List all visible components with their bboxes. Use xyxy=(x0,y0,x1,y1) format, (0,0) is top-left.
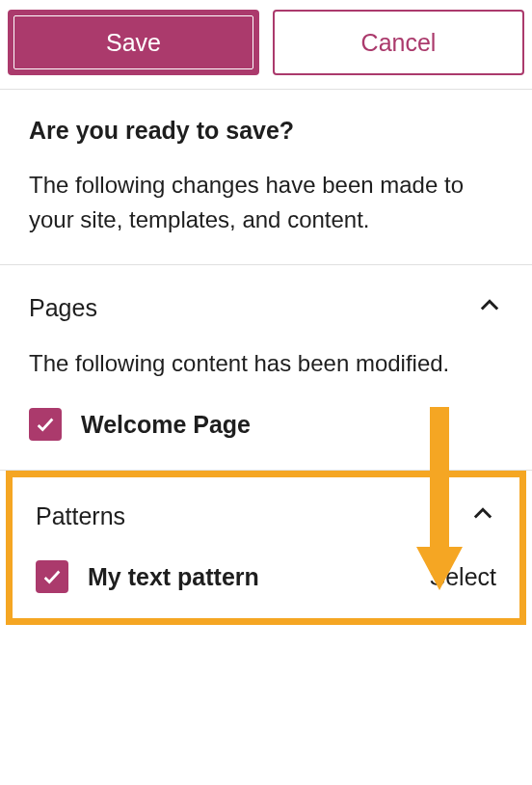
patterns-body: My text pattern Select xyxy=(13,531,519,618)
select-action[interactable]: Select xyxy=(430,563,496,591)
page-item: Welcome Page xyxy=(29,408,503,441)
checkbox-checked[interactable] xyxy=(36,560,68,593)
chevron-up-icon xyxy=(476,292,503,323)
intro-text: The following changes have been made to … xyxy=(29,168,503,237)
check-icon xyxy=(35,414,56,435)
chevron-up-icon xyxy=(469,501,496,531)
patterns-title: Patterns xyxy=(36,502,125,530)
pages-accordion: Pages The following content has been mod… xyxy=(0,265,532,470)
intro-title: Are you ready to save? xyxy=(29,117,503,145)
cancel-button-label: Cancel xyxy=(361,29,437,57)
patterns-header[interactable]: Patterns xyxy=(13,477,519,531)
checkbox-checked[interactable] xyxy=(29,408,62,441)
pattern-item: My text pattern Select xyxy=(36,560,496,593)
save-button[interactable]: Save xyxy=(8,10,259,75)
page-item-label: Welcome Page xyxy=(81,411,503,439)
pages-header[interactable]: Pages xyxy=(0,265,532,323)
pages-body: The following content has been modified.… xyxy=(0,323,532,470)
pages-description: The following content has been modified. xyxy=(29,346,503,381)
check-icon xyxy=(41,566,63,587)
intro-section: Are you ready to save? The following cha… xyxy=(0,90,532,264)
save-dialog: Save Cancel Are you ready to save? The f… xyxy=(0,0,532,625)
pages-title: Pages xyxy=(29,294,97,322)
patterns-highlight: Patterns My text pattern Select xyxy=(6,471,526,625)
action-buttons: Save Cancel xyxy=(0,0,532,89)
pattern-item-label: My text pattern xyxy=(88,563,411,591)
save-button-label: Save xyxy=(106,29,161,57)
patterns-accordion: Patterns My text pattern Select xyxy=(13,477,519,618)
cancel-button[interactable]: Cancel xyxy=(273,10,524,75)
